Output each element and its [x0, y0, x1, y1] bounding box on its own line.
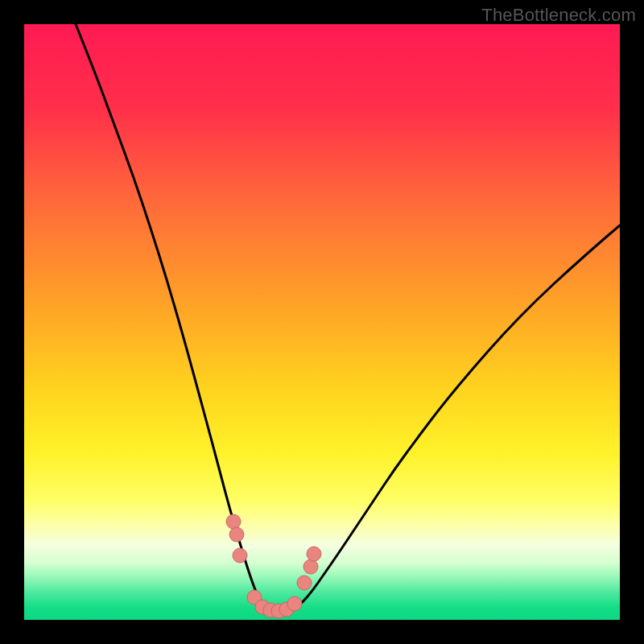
data-marker [233, 548, 247, 563]
data-marker [229, 527, 244, 542]
data-marker [226, 514, 241, 529]
data-marker [297, 576, 312, 590]
data-marker [303, 559, 318, 574]
plot-area [24, 24, 620, 620]
data-marker [287, 597, 302, 611]
curves-layer [24, 24, 620, 620]
curve-left-curve [76, 24, 272, 613]
data-marker [307, 547, 321, 561]
watermark-text: TheBottleneck.com [481, 5, 636, 26]
chart-frame: TheBottleneck.com [0, 0, 644, 644]
curve-right-curve [288, 225, 620, 613]
